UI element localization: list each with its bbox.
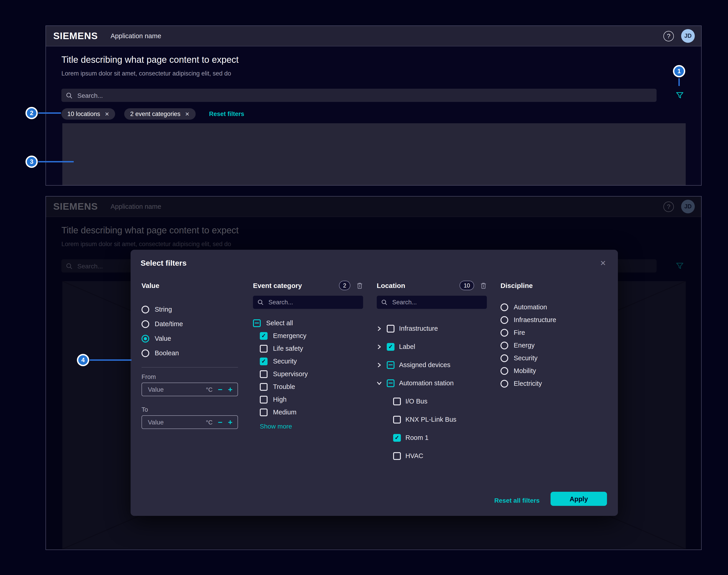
design-canvas: SIEMENS Application name JD Title descri…: [0, 0, 728, 575]
tree-item-infrastructure[interactable]: Infrastructure: [377, 319, 487, 338]
to-value-input[interactable]: [147, 418, 200, 426]
checkbox-icon[interactable]: [387, 325, 395, 332]
location-search-input[interactable]: [391, 298, 482, 306]
filter-chip-event-categories[interactable]: 2 event categories: [124, 108, 195, 120]
annotation-line-4: [90, 360, 132, 361]
chip-label: 2 event categories: [130, 110, 180, 117]
checked-checkbox-icon[interactable]: [387, 343, 395, 350]
checkbox-emergency[interactable]: Emergency: [260, 329, 363, 342]
decrement-icon[interactable]: [218, 418, 223, 426]
radio-discipline-mobility[interactable]: Mobility: [500, 365, 605, 376]
checkbox-security[interactable]: Security: [260, 355, 363, 368]
event-category-search[interactable]: [253, 296, 363, 309]
from-value-field[interactable]: °C: [141, 382, 238, 396]
search-bar[interactable]: [61, 89, 657, 102]
funnel-icon: [675, 91, 684, 100]
chevron-down-icon[interactable]: [377, 380, 382, 385]
select-filters-dialog: Select filters Value String Date/time Va…: [131, 250, 618, 516]
checkbox-medium[interactable]: Medium: [260, 406, 363, 418]
checkbox-icon: [260, 408, 268, 416]
reset-all-filters-link[interactable]: Reset all filters: [494, 497, 540, 504]
decrement-icon[interactable]: [218, 385, 223, 393]
apply-button[interactable]: Apply: [551, 492, 607, 506]
filter-funnel-button[interactable]: [675, 91, 684, 100]
radio-icon: [500, 303, 508, 311]
page-subtitle: Lorem ipsum dolor sit amet, consectetur …: [61, 70, 231, 77]
help-icon: [667, 32, 670, 40]
radio-option-value[interactable]: Value: [141, 333, 238, 344]
radio-selected-icon: [141, 335, 149, 342]
checked-checkbox-icon[interactable]: [393, 434, 401, 441]
reset-filters-link[interactable]: Reset filters: [209, 110, 244, 117]
location-section: Location 10 Infrastructure: [377, 281, 487, 465]
checkbox-trouble[interactable]: Trouble: [260, 380, 363, 393]
app-title: Application name: [110, 32, 161, 40]
checkbox-icon[interactable]: [393, 415, 401, 423]
increment-icon[interactable]: [228, 418, 232, 426]
content-placeholder: [62, 123, 686, 185]
chevron-right-icon[interactable]: [377, 362, 382, 367]
avatar[interactable]: JD: [681, 29, 695, 43]
search-icon: [66, 92, 72, 99]
tree-item-hvac[interactable]: HVAC: [393, 447, 487, 465]
radio-option-string[interactable]: String: [141, 304, 238, 315]
chip-remove-icon[interactable]: [105, 111, 109, 117]
search-input[interactable]: [76, 91, 652, 99]
clear-section-button[interactable]: [356, 282, 363, 289]
chevron-right-icon[interactable]: [377, 326, 382, 331]
chip-label: 10 locations: [67, 110, 100, 117]
indeterminate-checkbox-icon[interactable]: [387, 379, 395, 387]
annotation-line-3: [38, 161, 74, 162]
checkbox-icon: [260, 383, 268, 391]
indeterminate-checkbox-icon[interactable]: [387, 361, 395, 369]
checked-checkbox-icon: [260, 332, 268, 340]
tree-item-io-bus[interactable]: I/O Bus: [393, 392, 487, 410]
selected-count-badge: 10: [460, 281, 474, 290]
checkbox-icon[interactable]: [393, 452, 401, 460]
checked-checkbox-icon: [260, 357, 268, 365]
to-value-field[interactable]: °C: [141, 415, 238, 429]
checkbox-life-safety[interactable]: Life safety: [260, 342, 363, 355]
indeterminate-checkbox-icon: [253, 319, 261, 327]
clear-section-button[interactable]: [480, 282, 487, 289]
location-search[interactable]: [377, 296, 487, 309]
app-window-default: SIEMENS Application name JD Title descri…: [45, 26, 702, 185]
from-label: From: [141, 373, 238, 380]
increment-icon[interactable]: [228, 385, 232, 393]
checkbox-high[interactable]: High: [260, 393, 363, 406]
siemens-logo: SIEMENS: [53, 31, 98, 41]
to-label: To: [141, 406, 238, 413]
close-icon[interactable]: [600, 259, 606, 268]
radio-discipline-security[interactable]: Security: [500, 352, 605, 364]
event-category-search-input[interactable]: [268, 298, 359, 306]
radio-discipline-energy[interactable]: Energy: [500, 340, 605, 351]
tree-item-label[interactable]: Label: [377, 338, 487, 356]
checkbox-icon[interactable]: [393, 397, 401, 405]
tree-item-room-1[interactable]: Room 1: [393, 429, 487, 447]
tree-item-assigned-devices[interactable]: Assigned devices: [377, 356, 487, 374]
radio-icon: [141, 305, 149, 313]
radio-discipline-infraestructure[interactable]: Infraestructure: [500, 314, 605, 325]
select-all-checkbox[interactable]: Select all: [253, 316, 363, 329]
event-category-section: Event category 2 Select all: [253, 281, 363, 430]
unit-label: °C: [206, 386, 212, 393]
radio-discipline-fire[interactable]: Fire: [500, 327, 605, 338]
from-value-input[interactable]: [147, 385, 200, 394]
radio-discipline-electricity[interactable]: Electricity: [500, 378, 605, 389]
value-filter-section: Value String Date/time Value Boolean: [141, 281, 238, 429]
chip-remove-icon[interactable]: [185, 111, 190, 117]
tree-item-knx-pl-link-bus[interactable]: KNX PL-Link Bus: [393, 410, 487, 429]
radio-icon: [141, 349, 149, 357]
annotation-marker-3: 3: [26, 156, 38, 168]
radio-option-datetime[interactable]: Date/time: [141, 318, 238, 329]
filter-chip-locations[interactable]: 10 locations: [61, 108, 115, 120]
checkbox-supervisory[interactable]: Supervisory: [260, 368, 363, 380]
help-button[interactable]: [663, 31, 674, 41]
tree-item-automation-station[interactable]: Automation station: [377, 374, 487, 392]
active-filter-chips: 10 locations 2 event categories Reset fi…: [61, 108, 244, 120]
show-more-link[interactable]: Show more: [260, 422, 363, 430]
radio-discipline-automation[interactable]: Automation: [500, 302, 605, 312]
radio-icon: [500, 316, 508, 324]
chevron-right-icon[interactable]: [377, 344, 382, 349]
radio-option-boolean[interactable]: Boolean: [141, 347, 238, 359]
